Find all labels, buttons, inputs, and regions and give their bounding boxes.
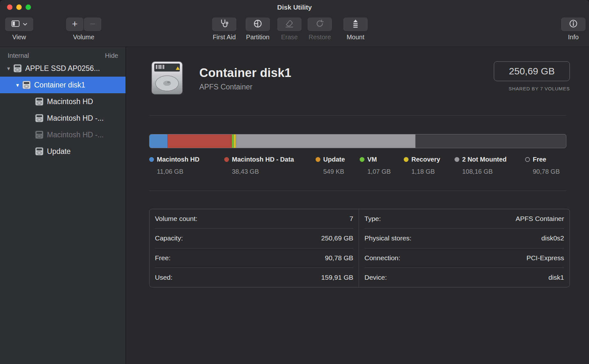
partition-control: Partition xyxy=(246,18,270,41)
legend-swatch xyxy=(455,157,459,162)
device-tree: ▼ APPLE SSD AP0256... ▼ Container disk1 … xyxy=(0,60,126,160)
close-button[interactable] xyxy=(7,4,12,10)
legend-item-macintosh-hd: Macintosh HD 11,06 GB xyxy=(149,156,199,175)
usage-bar-segment xyxy=(168,134,232,148)
restore-arrow-icon xyxy=(315,19,325,30)
table-row: Capacity: 250,69 GB xyxy=(155,229,353,248)
partition-button[interactable] xyxy=(246,18,270,31)
divider xyxy=(149,191,566,191)
erase-button[interactable] xyxy=(277,18,302,31)
disk-icon xyxy=(34,130,44,139)
traffic-lights xyxy=(7,4,31,10)
minus-icon: − xyxy=(90,19,96,29)
legend-swatch xyxy=(224,157,229,162)
info-label: Info xyxy=(568,34,578,41)
mount-control: Mount xyxy=(343,18,368,41)
table-row: Physical stores: disk0s2 xyxy=(364,229,564,248)
total-size-badge: 250,69 GB xyxy=(494,61,570,81)
partition-pie-icon xyxy=(253,19,263,30)
disk-icon xyxy=(34,97,44,106)
toolbar: View + − Volume xyxy=(0,15,589,47)
sidebar-toggle-icon xyxy=(11,20,20,29)
legend-item-vm: VM 1,07 GB xyxy=(360,156,391,175)
restore-label: Restore xyxy=(309,34,331,41)
zoom-button[interactable] xyxy=(26,4,31,10)
legend-swatch xyxy=(360,157,364,162)
plus-icon: + xyxy=(72,19,78,29)
usage-bar-segment xyxy=(236,134,416,148)
info-icon xyxy=(569,19,578,30)
sidebar-item-update[interactable]: Update xyxy=(0,143,126,160)
legend-swatch xyxy=(316,157,320,162)
details-table: Volume count: 7 Capacity: 250,69 GB Free… xyxy=(149,209,570,287)
sidebar: Internal Hide ▼ APPLE SSD AP0256... ▼ Co… xyxy=(0,47,126,364)
legend-swatch xyxy=(404,157,409,162)
mount-label: Mount xyxy=(347,34,364,41)
disk-icon xyxy=(34,114,44,123)
window-title: Disk Utility xyxy=(0,0,589,15)
disk-icon xyxy=(34,147,44,156)
legend-swatch xyxy=(149,157,154,162)
view-button[interactable] xyxy=(5,18,33,31)
view-control: View xyxy=(5,18,33,41)
legend-item-not-mounted: 2 Not Mounted 108,16 GB xyxy=(455,156,507,175)
container-header: Container disk1 APFS Container xyxy=(149,60,291,97)
legend-item-recovery: Recovery 1,18 GB xyxy=(404,156,440,175)
disclosure-triangle-icon[interactable]: ▼ xyxy=(13,82,22,88)
add-volume-button[interactable]: + xyxy=(66,18,83,31)
mount-eject-icon xyxy=(351,19,360,30)
chevron-down-icon xyxy=(23,21,27,27)
disk-utility-window: Disk Utility V xyxy=(0,0,589,364)
sidebar-item-macintosh-hd[interactable]: Macintosh HD xyxy=(0,93,126,110)
table-row: Device: disk1 xyxy=(364,268,564,287)
page-subtitle: APFS Container xyxy=(199,83,291,91)
eraser-icon xyxy=(285,19,294,29)
table-row: Type: APFS Container xyxy=(364,209,564,229)
usage-bar-segment xyxy=(149,134,168,148)
sidebar-section-title: Internal xyxy=(8,52,29,59)
sidebar-item-macintosh-hd-unmounted[interactable]: Macintosh HD -... xyxy=(0,126,126,143)
restore-control: Restore xyxy=(308,18,332,41)
page-title: Container disk1 xyxy=(199,66,291,80)
main-content: Container disk1 APFS Container 250,69 GB… xyxy=(126,47,589,364)
first-aid-button[interactable] xyxy=(212,18,236,31)
disk-icon xyxy=(22,80,31,89)
legend-item-free: Free 90,78 GB xyxy=(525,156,560,175)
disclosure-triangle-icon[interactable]: ▼ xyxy=(4,66,13,71)
disk-icon xyxy=(13,64,22,73)
partition-label: Partition xyxy=(246,34,269,41)
table-row: Volume count: 7 xyxy=(155,209,353,229)
legend-item-macintosh-hd-data: Macintosh HD - Data 38,43 GB xyxy=(224,156,294,175)
volume-label: Volume xyxy=(73,34,95,41)
container-disk-icon xyxy=(149,60,185,97)
volume-control: + − Volume xyxy=(66,18,101,41)
titlebar: Disk Utility xyxy=(0,0,589,15)
mount-button[interactable] xyxy=(343,18,368,31)
first-aid-label: First Aid xyxy=(213,34,236,41)
sidebar-item-apple-ssd[interactable]: ▼ APPLE SSD AP0256... xyxy=(0,60,126,77)
divider xyxy=(149,115,566,116)
legend-swatch xyxy=(525,157,530,162)
info-control: Info xyxy=(561,18,585,41)
erase-control: Erase xyxy=(277,18,302,41)
hide-button[interactable]: Hide xyxy=(105,52,118,59)
table-row: Used: 159,91 GB xyxy=(155,268,353,287)
restore-button[interactable] xyxy=(308,18,332,31)
minimize-button[interactable] xyxy=(16,4,22,10)
shared-by-label: SHARED BY 7 VOLUMES xyxy=(509,86,570,91)
view-label: View xyxy=(12,34,26,41)
erase-label: Erase xyxy=(281,34,298,41)
sidebar-item-container-disk1[interactable]: ▼ Container disk1 xyxy=(0,77,126,93)
stethoscope-icon xyxy=(219,19,229,30)
table-row: Connection: PCI-Express xyxy=(364,248,564,268)
first-aid-control: First Aid xyxy=(212,18,236,41)
remove-volume-button[interactable]: − xyxy=(84,18,101,31)
info-button[interactable] xyxy=(561,18,585,31)
sidebar-item-macintosh-hd-data[interactable]: Macintosh HD -... xyxy=(0,110,126,126)
table-row: Free: 90,78 GB xyxy=(155,248,353,268)
legend-item-update: Update 549 KB xyxy=(316,156,345,175)
usage-bar xyxy=(149,134,566,148)
